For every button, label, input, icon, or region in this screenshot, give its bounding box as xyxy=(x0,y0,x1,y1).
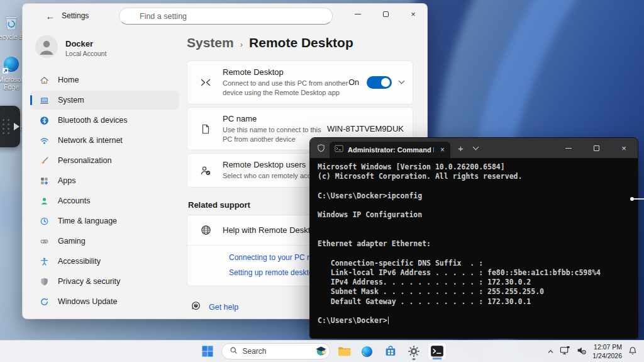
sidebar-item-home[interactable]: Home xyxy=(30,71,179,89)
terminal-button[interactable] xyxy=(428,342,447,360)
card-description: Connect to and use this PC from another … xyxy=(223,79,348,98)
back-button[interactable]: ← xyxy=(43,9,58,23)
chevron-down-icon[interactable] xyxy=(399,78,405,84)
search-placeholder-text: Search xyxy=(243,347,309,356)
settings-button[interactable] xyxy=(404,342,423,360)
card-title: Remote Desktop xyxy=(223,67,348,77)
terminal-maximize-button[interactable] xyxy=(582,138,610,158)
terminal-tab[interactable]: Administrator: Command Pro × xyxy=(330,142,450,158)
drag-handle-dots-icon xyxy=(3,119,10,134)
tray-date: 1/24/2026 xyxy=(592,352,622,361)
sidebar-item-gaming[interactable]: Gaming xyxy=(30,232,179,251)
svg-text:?: ? xyxy=(195,305,197,308)
globe-icon xyxy=(199,224,213,236)
taskbar: Search xyxy=(0,340,644,362)
tray-network-icon[interactable] xyxy=(560,345,570,358)
terminal-line: Connection-specific DNS Suffix . : xyxy=(318,259,630,268)
terminal-line: C:\Users\Docker> xyxy=(318,316,630,325)
file-explorer-button[interactable] xyxy=(335,342,353,360)
terminal-line: Microsoft Windows [Version 10.0.26200.65… xyxy=(318,162,630,172)
terminal-line xyxy=(318,182,630,191)
tab-close-icon[interactable]: × xyxy=(438,145,447,154)
get-help-icon: ? xyxy=(191,300,201,314)
remote-desktop-toggle[interactable] xyxy=(367,76,392,89)
sidebar-item-bluetooth[interactable]: Bluetooth & devices xyxy=(30,111,179,130)
breadcrumb: System › Remote Desktop xyxy=(187,35,413,50)
help-item-label: Help with Remote Desktop xyxy=(223,225,319,235)
terminal-line xyxy=(318,201,630,210)
terminal-line xyxy=(318,220,630,230)
close-button[interactable]: × xyxy=(399,4,427,24)
search-highlight-icon xyxy=(314,344,328,359)
tray-time: 12:07 PM xyxy=(592,343,622,352)
terminal-line: C:\Users\Docker>ipconfig xyxy=(318,191,630,201)
sidebar-item-time-language[interactable]: Time & language xyxy=(30,212,179,230)
edge-icon xyxy=(2,55,21,74)
terminal-tab-title: Administrator: Command Pro xyxy=(348,146,434,154)
user-profile[interactable]: Docker Local Account xyxy=(30,31,179,69)
tray-chevron-up-icon[interactable] xyxy=(547,346,554,358)
terminal-minimize-button[interactable] xyxy=(555,138,582,158)
accounts-icon xyxy=(39,196,49,206)
accessibility-icon xyxy=(39,256,49,266)
settings-sidebar: Docker Local Account Home System Bluetoo… xyxy=(23,29,183,319)
sidebar-item-accounts[interactable]: Accounts xyxy=(30,191,179,210)
breadcrumb-parent[interactable]: System xyxy=(187,35,234,50)
search-icon xyxy=(230,346,238,357)
terminal-line xyxy=(318,230,630,239)
personalization-icon xyxy=(39,156,49,166)
sidebar-item-windows-update[interactable]: Windows Update xyxy=(30,292,179,311)
notification-bell-icon[interactable] xyxy=(628,346,638,358)
settings-search-input[interactable] xyxy=(119,8,333,25)
microsoft-store-button[interactable] xyxy=(381,342,400,360)
admin-shield-icon xyxy=(316,144,326,153)
terminal-line: Windows IP Configuration xyxy=(318,210,630,220)
tab-dropdown-icon[interactable] xyxy=(472,144,479,150)
terminal-line xyxy=(318,249,630,258)
selection-indicator xyxy=(30,95,32,105)
remote-desktop-card[interactable]: Remote Desktop Connect to and use this P… xyxy=(187,60,413,105)
floating-toolbar[interactable] xyxy=(0,106,20,147)
sidebar-item-privacy-security[interactable]: Privacy & security xyxy=(30,272,179,291)
home-icon xyxy=(39,75,49,85)
sidebar-item-system[interactable]: System xyxy=(30,91,179,110)
terminal-close-button[interactable]: × xyxy=(610,138,638,158)
sidebar-item-network[interactable]: Network & internet xyxy=(30,131,179,150)
sidebar-item-accessibility[interactable]: Accessibility xyxy=(30,252,179,271)
document-icon xyxy=(199,123,213,135)
gaming-icon xyxy=(39,236,49,246)
recycle-bin-icon xyxy=(2,13,21,31)
system-icon xyxy=(39,95,49,105)
clock[interactable]: 12:07 PM 1/24/2026 xyxy=(592,343,622,360)
terminal-window: Administrator: Command Pro × + × Microso… xyxy=(309,137,638,339)
running-indicator xyxy=(412,358,415,360)
terminal-cursor xyxy=(388,317,389,324)
get-help-link[interactable]: Get help xyxy=(209,303,238,312)
taskbar-search-box[interactable]: Search xyxy=(221,343,330,359)
terminal-output[interactable]: Microsoft Windows [Version 10.0.26200.65… xyxy=(310,158,638,339)
maximize-button[interactable] xyxy=(372,4,399,24)
start-button[interactable] xyxy=(198,342,217,360)
mouse-cursor-artifact xyxy=(630,197,644,200)
remote-desktop-connect-icon xyxy=(199,76,213,89)
sidebar-item-personalization[interactable]: Personalization xyxy=(30,151,179,170)
desktop: Recycle Bin Microsoft Edge Shared ← Sett… xyxy=(0,0,644,362)
breadcrumb-separator: › xyxy=(240,40,243,49)
terminal-line: Subnet Mask . . . . . . . . . . . : 255.… xyxy=(318,287,630,297)
play-icon[interactable] xyxy=(14,123,19,130)
active-indicator xyxy=(432,358,441,359)
minimize-button[interactable] xyxy=(344,4,372,24)
terminal-line xyxy=(318,307,630,316)
user-account-type: Local Account xyxy=(65,50,106,57)
apps-icon xyxy=(39,176,49,186)
terminal-line: IPv4 Address. . . . . . . . . . . : 172.… xyxy=(318,278,630,287)
toggle-state-label: On xyxy=(348,78,359,87)
terminal-titlebar[interactable]: Administrator: Command Pro × + × xyxy=(310,138,638,158)
sidebar-item-apps[interactable]: Apps xyxy=(30,171,179,190)
settings-nav: Home System Bluetooth & devices Network … xyxy=(30,71,179,311)
edge-button[interactable] xyxy=(358,342,377,360)
update-icon xyxy=(39,297,49,307)
new-tab-button[interactable]: + xyxy=(458,143,464,154)
tray-volume-muted-icon[interactable] xyxy=(576,345,587,358)
settings-titlebar[interactable]: ← Settings × xyxy=(23,4,427,29)
